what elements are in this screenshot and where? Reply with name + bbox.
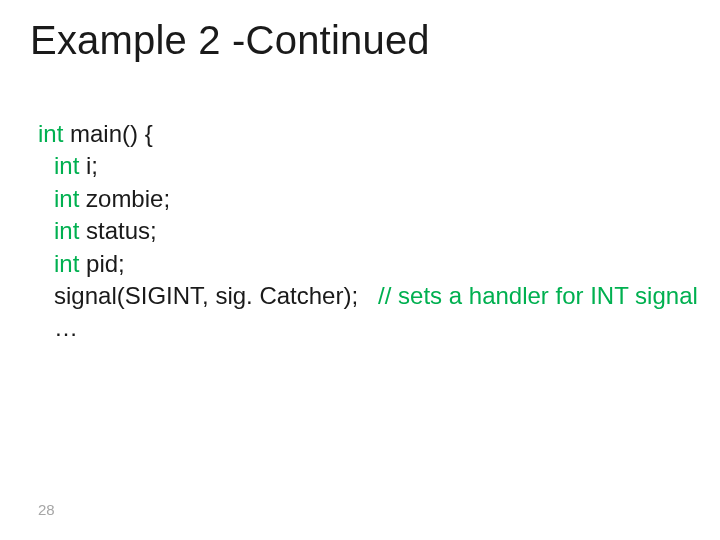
code-text: main() { bbox=[63, 120, 152, 147]
code-text: signal(SIGINT, sig. Catcher); bbox=[54, 282, 378, 309]
code-text: pid; bbox=[79, 250, 124, 277]
keyword-int: int bbox=[54, 185, 79, 212]
code-line-0: int main() { bbox=[38, 118, 678, 150]
keyword-int: int bbox=[54, 250, 79, 277]
code-line-1: int i; bbox=[38, 150, 678, 182]
slide: Example 2 -Continued int main() { int i;… bbox=[0, 0, 720, 540]
code-text: i; bbox=[79, 152, 98, 179]
code-text: zombie; bbox=[79, 185, 170, 212]
code-comment: // sets a handler for INT signal bbox=[378, 282, 698, 309]
code-line-6: … bbox=[38, 312, 678, 344]
page-number: 28 bbox=[38, 501, 55, 518]
slide-title: Example 2 -Continued bbox=[30, 18, 430, 63]
keyword-int: int bbox=[54, 217, 79, 244]
code-line-3: int status; bbox=[38, 215, 678, 247]
keyword-int: int bbox=[54, 152, 79, 179]
code-line-4: int pid; bbox=[38, 248, 678, 280]
keyword-int: int bbox=[38, 120, 63, 147]
code-line-5: signal(SIGINT, sig. Catcher); // sets a … bbox=[38, 280, 678, 312]
code-line-2: int zombie; bbox=[38, 183, 678, 215]
code-text: … bbox=[54, 314, 78, 341]
code-text: status; bbox=[79, 217, 156, 244]
code-block: int main() { int i; int zombie; int stat… bbox=[38, 118, 678, 345]
